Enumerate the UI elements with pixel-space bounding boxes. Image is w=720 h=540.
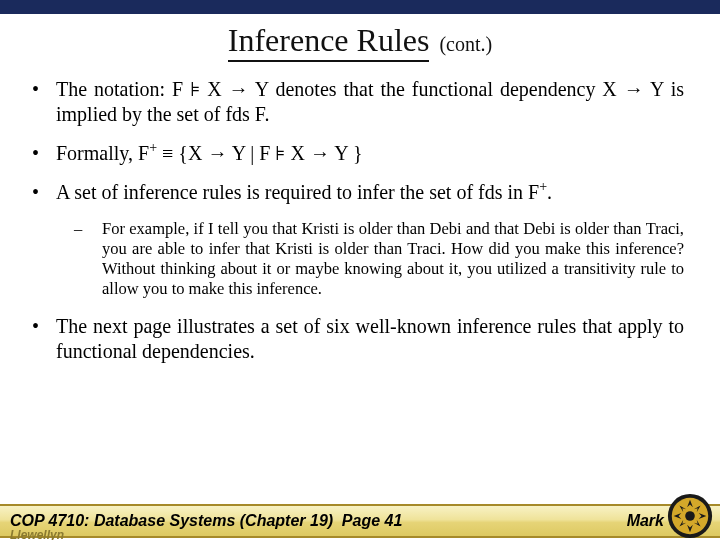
text: .	[547, 181, 552, 203]
bullet-4: • The next page illustrates a set of six…	[56, 314, 684, 364]
text: ≡ {X	[157, 142, 207, 164]
text: For example, if I tell you that Kristi i…	[102, 219, 684, 298]
models-symbol: ⊧	[190, 78, 200, 100]
text: Formally, F	[56, 142, 149, 164]
ucf-logo-icon	[666, 492, 714, 540]
text: The next page illustrates a set of six w…	[56, 315, 684, 362]
superscript-plus: +	[539, 179, 547, 194]
footer-author-surname: Llewellyn	[10, 528, 64, 540]
superscript-plus: +	[149, 140, 157, 155]
bullet-dot: •	[32, 314, 39, 339]
text: Y }	[330, 142, 363, 164]
bullet-dot: •	[32, 180, 39, 205]
arrow-symbol: →	[310, 142, 330, 164]
text: The notation: F	[56, 78, 190, 100]
footer: COP 4710: Database Systems (Chapter 19) …	[0, 502, 720, 540]
slide-title: Inference Rules	[228, 22, 430, 62]
sub-bullet-1: – For example, if I tell you that Kristi…	[102, 219, 684, 300]
bullet-dot: •	[32, 141, 39, 166]
bullet-3: • A set of inference rules is required t…	[56, 180, 684, 205]
models-symbol: ⊧	[275, 142, 285, 164]
arrow-symbol: →	[624, 78, 644, 100]
arrow-symbol: →	[229, 78, 249, 100]
top-accent-bar	[0, 0, 720, 14]
title-container: Inference Rules (cont.)	[0, 14, 720, 63]
svg-point-2	[685, 511, 695, 521]
content-area: • The notation: F ⊧ X → Y denotes that t…	[0, 63, 720, 364]
text: X	[285, 142, 309, 164]
text: A set of inference rules is required to …	[56, 181, 539, 203]
sub-dash: –	[74, 219, 82, 239]
bullet-1: • The notation: F ⊧ X → Y denotes that t…	[56, 77, 684, 127]
text: Y | F	[227, 142, 275, 164]
footer-page: Page 41	[342, 512, 402, 530]
text: X	[200, 78, 228, 100]
text: Y denotes that the functional dependency…	[249, 78, 624, 100]
slide-title-cont: (cont.)	[439, 33, 492, 55]
footer-bar: COP 4710: Database Systems (Chapter 19) …	[0, 504, 720, 538]
bullet-2: • Formally, F+ ≡ {X → Y | F ⊧ X → Y }	[56, 141, 684, 166]
bullet-dot: •	[32, 77, 39, 102]
arrow-symbol: →	[207, 142, 227, 164]
